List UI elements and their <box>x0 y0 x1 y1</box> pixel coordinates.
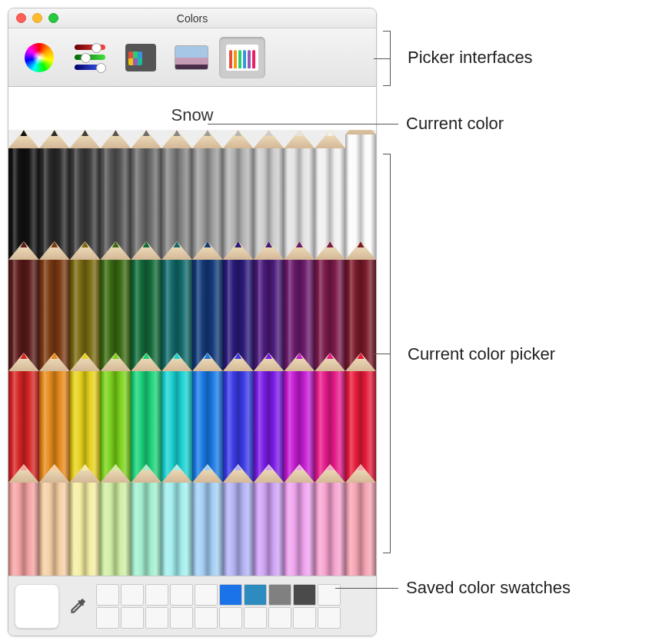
picker-toolbar <box>8 28 376 87</box>
tab-color-palettes[interactable] <box>118 37 164 78</box>
pencils-icon <box>225 44 259 71</box>
pencil[interactable] <box>223 464 254 576</box>
swatch-cell[interactable] <box>170 607 193 629</box>
bracket <box>383 154 391 553</box>
swatch-cell[interactable] <box>268 584 291 606</box>
pencil[interactable] <box>192 464 223 576</box>
bracket <box>383 31 391 86</box>
pencil[interactable] <box>254 464 285 576</box>
palette-icon <box>125 44 156 71</box>
callout-picker-interfaces: Picker interfaces <box>408 48 533 68</box>
titlebar: Colors <box>8 8 376 28</box>
pencil-picker <box>8 130 376 576</box>
tab-color-sliders[interactable] <box>67 37 113 78</box>
pencil[interactable] <box>131 464 161 576</box>
zoom-window-button[interactable] <box>48 13 58 23</box>
eyedropper-button[interactable] <box>65 591 90 622</box>
swatch-cell[interactable] <box>244 607 267 629</box>
swatch-cell[interactable] <box>318 607 341 629</box>
swatch-cell[interactable] <box>293 607 316 629</box>
callout-saved-swatches: Saved color swatches <box>335 578 571 598</box>
swatch-cell[interactable] <box>96 584 119 606</box>
pencil[interactable] <box>284 464 315 576</box>
swatch-cell[interactable] <box>268 607 291 629</box>
tab-image-palettes[interactable] <box>168 37 215 78</box>
current-color-swatch[interactable] <box>15 584 59 629</box>
swatch-cell[interactable] <box>121 584 144 606</box>
swatch-cell[interactable] <box>219 607 242 629</box>
colors-window: Colors Snow <box>8 8 377 636</box>
swatch-cell[interactable] <box>219 584 242 606</box>
pencil-row <box>8 241 376 353</box>
pencil[interactable] <box>39 464 70 576</box>
swatch-cell[interactable] <box>121 607 144 629</box>
swatch-cell[interactable] <box>170 584 193 606</box>
pencil[interactable] <box>161 464 192 576</box>
pencil[interactable] <box>70 464 101 576</box>
callout-current-color-picker: Current color picker <box>408 344 555 364</box>
tab-pencils[interactable] <box>219 37 265 78</box>
close-window-button[interactable] <box>16 13 26 23</box>
swatch-cell[interactable] <box>145 607 168 629</box>
tab-color-wheel[interactable] <box>16 37 62 78</box>
image-icon <box>175 45 208 70</box>
pencil-row <box>8 464 376 576</box>
pencil[interactable] <box>8 464 39 576</box>
window-controls <box>8 13 58 23</box>
swatch-bar <box>8 576 376 636</box>
window-title: Colors <box>8 12 376 25</box>
pencil-row <box>8 353 376 464</box>
callout-current-color: Current color <box>208 114 504 134</box>
pencil[interactable] <box>315 464 345 576</box>
swatch-cell[interactable] <box>293 584 316 606</box>
pencil[interactable] <box>100 464 131 576</box>
swatch-cell[interactable] <box>145 584 168 606</box>
swatch-cell[interactable] <box>195 584 218 606</box>
swatch-cell[interactable] <box>244 584 267 606</box>
eyedropper-icon <box>68 596 88 616</box>
saved-swatches-grid <box>96 584 341 629</box>
color-wheel-icon <box>25 43 54 72</box>
sliders-icon <box>75 45 105 70</box>
pencil-row <box>8 130 376 241</box>
pencil[interactable] <box>345 464 376 576</box>
swatch-cell[interactable] <box>195 607 218 629</box>
minimize-window-button[interactable] <box>32 13 42 23</box>
swatch-cell[interactable] <box>96 607 119 629</box>
